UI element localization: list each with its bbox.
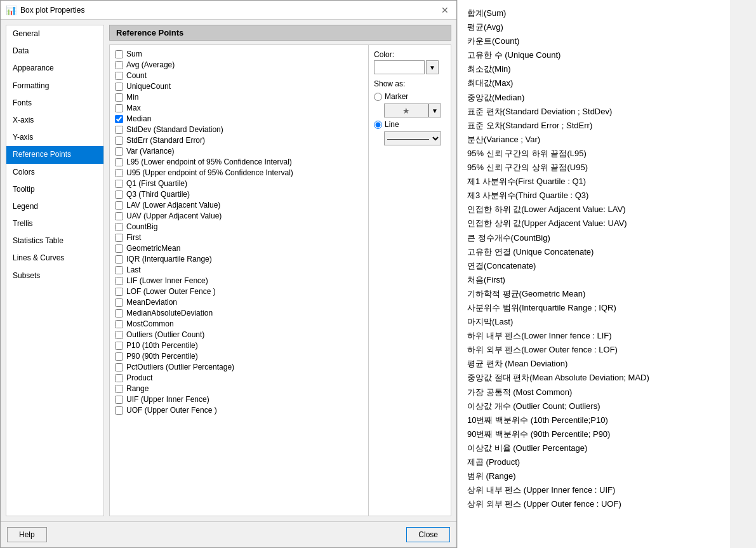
sidebar-item-x-axis[interactable]: X-axis	[6, 112, 103, 129]
checkbox-medianabsolutedeviation[interactable]	[115, 309, 123, 317]
line-style-select[interactable]: —————— - - - - - - · · · · · ·	[384, 131, 441, 145]
checkbox-item-u95[interactable]: U95 (Upper endpoint of 95% Confidence In…	[114, 168, 364, 178]
checkbox-item-avg[interactable]: Avg (Average)	[114, 60, 364, 70]
checkbox-item-range[interactable]: Range	[114, 384, 364, 394]
sidebar-item-formatting[interactable]: Formatting	[6, 77, 103, 95]
checkbox-uif[interactable]	[115, 396, 123, 404]
star-dropdown-arrow[interactable]: ▼	[428, 104, 441, 117]
sidebar-item-lines-curves[interactable]: Lines & Curves	[6, 250, 103, 267]
checkbox-q1[interactable]	[115, 180, 123, 188]
checkbox-uav[interactable]	[115, 212, 123, 220]
checkbox-item-mostcommon[interactable]: MostCommon	[114, 319, 364, 329]
checkbox-item-medianabsolutedeviation[interactable]: MedianAbsoluteDeviation	[114, 308, 364, 318]
sidebar-item-general[interactable]: General	[6, 25, 103, 43]
checkbox-item-uof[interactable]: UOF (Upper Outer Fence )	[114, 405, 364, 415]
star-dropdown[interactable]: ★	[384, 104, 428, 117]
sidebar-item-fonts[interactable]: Fonts	[6, 95, 103, 112]
sidebar-item-y-axis[interactable]: Y-axis	[6, 129, 103, 146]
checkbox-item-stddev[interactable]: StdDev (Standard Deviation)	[114, 124, 364, 135]
checkbox-p90[interactable]	[115, 352, 123, 361]
checkbox-median[interactable]	[115, 115, 123, 123]
sidebar-item-trellis[interactable]: Trellis	[6, 215, 103, 232]
sidebar-item-colors[interactable]: Colors	[6, 164, 103, 181]
checkbox-meandeviation[interactable]	[115, 298, 123, 307]
checkbox-item-geometricmean[interactable]: GeometricMean	[114, 243, 364, 253]
sidebar-item-appearance[interactable]: Appearance	[6, 60, 103, 77]
checkbox-avg[interactable]	[115, 61, 123, 69]
checkbox-outliers[interactable]	[115, 331, 123, 339]
checkbox-item-uniquecount[interactable]: UniqueCount	[114, 81, 364, 91]
checkbox-label-u95: U95 (Upper endpoint of 95% Confidence In…	[126, 168, 293, 177]
checkbox-item-l95[interactable]: L95 (Lower endpoint of 95% Confidence In…	[114, 157, 364, 167]
korean-line: 제1 사분위수(First Quartile : Q1)	[467, 175, 720, 189]
close-button-title[interactable]: ✕	[439, 5, 451, 15]
line-radio[interactable]	[374, 121, 382, 129]
checkbox-item-lif[interactable]: LIF (Lower Inner Fence)	[114, 276, 364, 286]
checkbox-pctoutliers[interactable]	[115, 363, 123, 371]
checkbox-u95[interactable]	[115, 169, 123, 177]
sidebar-item-statistics-table[interactable]: Statistics Table	[6, 232, 103, 250]
checkbox-geometricmean[interactable]	[115, 244, 123, 253]
checkbox-item-max[interactable]: Max	[114, 103, 364, 113]
color-box[interactable]	[374, 60, 425, 74]
checkbox-stderr[interactable]	[115, 137, 123, 145]
checkbox-uniquecount[interactable]	[115, 83, 123, 91]
checkbox-range[interactable]	[115, 385, 123, 393]
marker-label[interactable]: Marker	[385, 92, 408, 101]
checkbox-p10[interactable]	[115, 342, 123, 350]
checkbox-sum[interactable]	[115, 50, 123, 58]
checkbox-min[interactable]	[115, 93, 123, 102]
korean-line: 중앙값 절대 편차(Mean Absolute Deviation; MAD)	[467, 371, 720, 385]
checkbox-product[interactable]	[115, 374, 123, 382]
checkbox-stddev[interactable]	[115, 126, 123, 134]
checkbox-item-q1[interactable]: Q1 (First Quartile)	[114, 178, 364, 189]
checkbox-last[interactable]	[115, 266, 123, 274]
checkbox-countbig[interactable]	[115, 223, 123, 231]
checkbox-item-p90[interactable]: P90 (90th Percentile)	[114, 351, 364, 361]
checkbox-count[interactable]	[115, 72, 123, 80]
checkbox-item-iqr[interactable]: IQR (Interquartile Range)	[114, 254, 364, 264]
checkbox-item-product[interactable]: Product	[114, 373, 364, 383]
sidebar-item-reference-points[interactable]: Reference Points	[6, 146, 103, 163]
checkbox-var[interactable]	[115, 147, 123, 156]
checkbox-item-sum[interactable]: Sum	[114, 49, 364, 59]
sidebar-item-legend[interactable]: Legend	[6, 198, 103, 215]
checkbox-max[interactable]	[115, 104, 123, 112]
checkbox-uof[interactable]	[115, 406, 123, 415]
marker-radio[interactable]	[374, 93, 382, 101]
checkbox-item-outliers[interactable]: Outliers (Outlier Count)	[114, 330, 364, 340]
sidebar-item-subsets[interactable]: Subsets	[6, 267, 103, 284]
checkbox-item-var[interactable]: Var (Variance)	[114, 146, 364, 156]
line-label[interactable]: Line	[385, 120, 399, 129]
show-as-label: Show as:	[374, 79, 446, 88]
korean-line: 인접한 하위 값(Lower Adjacent Value: LAV)	[467, 203, 720, 217]
checkbox-item-pctoutliers[interactable]: PctOutliers (Outlier Percentage)	[114, 362, 364, 372]
checkbox-lif[interactable]	[115, 277, 123, 285]
checkbox-lof[interactable]	[115, 288, 123, 296]
sidebar-item-tooltip[interactable]: Tooltip	[6, 181, 103, 198]
checkbox-q3[interactable]	[115, 190, 123, 199]
color-dropdown-arrow[interactable]: ▼	[426, 60, 439, 74]
checkbox-item-uav[interactable]: UAV (Upper Adjacent Value)	[114, 211, 364, 221]
checkbox-mostcommon[interactable]	[115, 320, 123, 328]
checkbox-item-q3[interactable]: Q3 (Third Quartile)	[114, 189, 364, 199]
checkbox-l95[interactable]	[115, 158, 123, 166]
checkbox-item-countbig[interactable]: CountBig	[114, 222, 364, 232]
checkbox-item-first[interactable]: First	[114, 232, 364, 243]
checkbox-item-lav[interactable]: LAV (Lower Adjacent Value)	[114, 200, 364, 210]
checkbox-iqr[interactable]	[115, 255, 123, 264]
checkbox-item-p10[interactable]: P10 (10th Percentile)	[114, 340, 364, 351]
checkbox-item-min[interactable]: Min	[114, 92, 364, 102]
checkbox-item-median[interactable]: Median	[114, 114, 364, 124]
help-button[interactable]: Help	[7, 527, 47, 542]
checkbox-item-count[interactable]: Count	[114, 70, 364, 81]
sidebar-item-data[interactable]: Data	[6, 43, 103, 60]
checkbox-item-meandeviation[interactable]: MeanDeviation	[114, 297, 364, 307]
checkbox-item-lof[interactable]: LOF (Lower Outer Fence )	[114, 286, 364, 297]
checkbox-first[interactable]	[115, 234, 123, 242]
checkbox-item-stderr[interactable]: StdErr (Standard Error)	[114, 135, 364, 145]
checkbox-item-uif[interactable]: UIF (Upper Inner Fence)	[114, 394, 364, 404]
close-button-footer[interactable]: Close	[406, 527, 450, 542]
checkbox-item-last[interactable]: Last	[114, 265, 364, 275]
checkbox-lav[interactable]	[115, 201, 123, 210]
